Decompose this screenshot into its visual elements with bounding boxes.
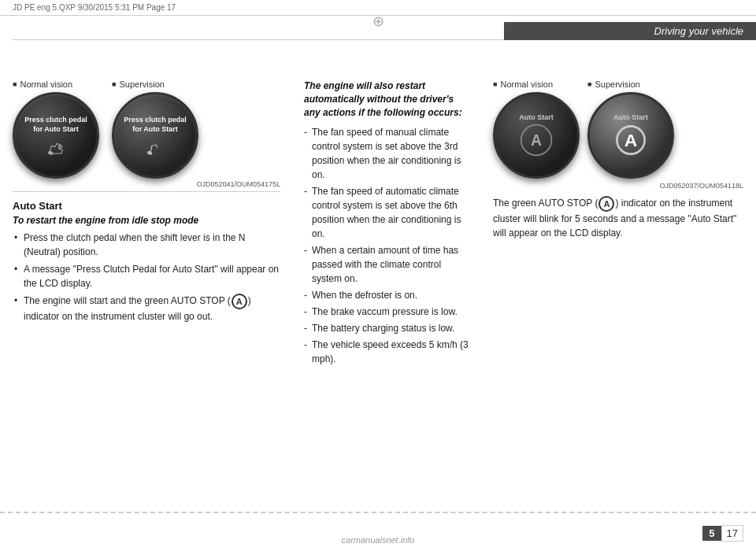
dash-item: When the defroster is on.: [304, 288, 469, 302]
left-images-container: Normal vision Press clutch pedal for Aut…: [13, 80, 280, 179]
btn2-text: Press clutch pedal for Auto Start: [117, 114, 193, 135]
dash-item: The fan speed of automatic climate contr…: [304, 184, 469, 241]
supervision-label: Supervision: [112, 80, 198, 89]
main-content: Normal vision Press clutch pedal for Aut…: [0, 48, 756, 384]
dash-item: When a certain amount of time has passed…: [304, 243, 469, 286]
section-title: Driving your vehicle: [504, 22, 756, 40]
auto-start-label1: Auto Start: [519, 113, 554, 121]
btn1-text: Press clutch pedal for Auto Start: [18, 114, 94, 135]
middle-title: The engine will also restart automatical…: [304, 80, 469, 119]
right-supervision-label: Supervision: [587, 80, 674, 89]
bottom-dashed-line: [0, 512, 756, 513]
bullet-item: Press the clutch pedal when the shift le…: [13, 231, 280, 259]
page-number: 17: [721, 525, 743, 542]
auto-start-icon-right: A: [613, 123, 648, 157]
header-file-info: JD PE eng 5.QXP 9/30/2015 5:31 PM Page 1…: [13, 3, 176, 12]
footer: 5 17: [702, 525, 743, 542]
foot-icon: [45, 139, 67, 157]
bullet-item: A message "Press Clutch Pedal for Auto S…: [13, 262, 280, 290]
section-number: 5: [702, 526, 721, 541]
left-caption: OJD052041/OUM054175L: [13, 180, 280, 188]
normal-vision-box: Normal vision Press clutch pedal for Aut…: [13, 80, 99, 179]
dash-list: The fan speed of manual climate control …: [304, 125, 469, 366]
svg-line-1: [150, 146, 151, 151]
supervision-button: Press clutch pedal for Auto Start: [112, 92, 198, 179]
auto-start-heading: Auto Start: [13, 200, 280, 212]
left-column: Normal vision Press clutch pedal for Aut…: [13, 80, 280, 368]
auto-start-label2: Auto Start: [613, 113, 648, 121]
watermark: carmanualsnet.info: [342, 535, 415, 545]
right-images-row: Normal vision Auto Start A Supervision A…: [493, 80, 743, 179]
right-column: Normal vision Auto Start A Supervision A…: [485, 80, 743, 368]
right-text: The green AUTO STOP (A) indicator on the…: [493, 196, 743, 240]
right-normal-vision-box: Normal vision Auto Start A: [493, 80, 580, 179]
svg-text:A: A: [531, 131, 542, 149]
right-paragraph: The green AUTO STOP (A) indicator on the…: [493, 196, 743, 240]
a-icon: A: [232, 294, 247, 309]
a-icon-right: A: [598, 196, 614, 212]
crosshair-icon: ⊕: [372, 13, 384, 30]
right-normal-vision-button: Auto Start A: [493, 92, 580, 179]
dash-item: The brake vaccum pressure is low.: [304, 305, 469, 319]
left-divider: [13, 191, 280, 192]
right-caption: OJD052037/OUM054118L: [493, 182, 743, 190]
dash-item: The battery charging status is low.: [304, 321, 469, 335]
normal-vision-label: Normal vision: [13, 80, 99, 89]
normal-vision-button: Press clutch pedal for Auto Start: [13, 92, 99, 179]
dash-item: The vehicle speed exceeds 5 km/h (3 mph)…: [304, 338, 469, 366]
dash-item: The fan speed of manual climate control …: [304, 125, 469, 182]
middle-column: The engine will also restart automatical…: [296, 80, 469, 368]
foot-supervision-icon: [144, 139, 166, 157]
right-supervision-box: Supervision Auto Start A: [587, 80, 674, 179]
svg-text:A: A: [624, 130, 638, 150]
bullet-item: The engine will start and the green AUTO…: [13, 294, 280, 324]
auto-start-subheading: To restart the engine from idle stop mod…: [13, 215, 280, 226]
right-supervision-button: Auto Start A: [587, 92, 674, 179]
auto-start-bullets: Press the clutch pedal when the shift le…: [13, 231, 280, 324]
auto-start-icon-left: A: [519, 123, 554, 157]
supervision-box: Supervision Press clutch pedal for Auto …: [112, 80, 198, 179]
right-normal-vision-label: Normal vision: [493, 80, 580, 89]
